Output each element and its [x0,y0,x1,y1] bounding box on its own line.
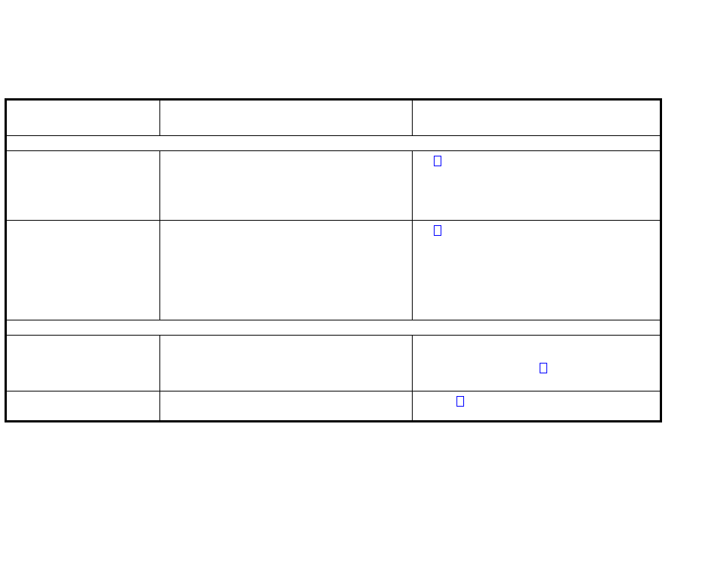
row-d-col-1 [6,391,160,422]
row-a-col-3 [412,151,661,221]
table-row [6,336,661,391]
section-row-1 [6,136,661,151]
table-row [6,151,661,221]
section-2-label [6,320,661,336]
section-1-label [6,136,661,151]
header-col-1 [6,100,160,136]
row-d-col-3 [412,391,661,422]
row-c-link[interactable] [540,363,547,373]
row-a-link[interactable] [434,156,441,166]
row-c-col-1 [6,336,160,391]
row-a-col-1 [6,151,160,221]
page [0,0,721,588]
section-row-2 [6,320,661,336]
header-col-2 [160,100,413,136]
row-d-col-2 [160,391,413,422]
row-b-col-3 [412,221,661,320]
table-row [6,391,661,422]
header-col-3 [412,100,661,136]
row-b-col-2 [160,221,413,320]
row-c-col-2 [160,336,413,391]
row-b-col-1 [6,221,160,320]
row-b-link[interactable] [434,225,441,236]
main-table [5,98,662,422]
table-row [6,221,661,320]
row-d-link[interactable] [456,396,464,407]
row-c-col-3 [412,336,661,391]
table-header-row [6,100,661,136]
row-a-col-2 [160,151,413,221]
